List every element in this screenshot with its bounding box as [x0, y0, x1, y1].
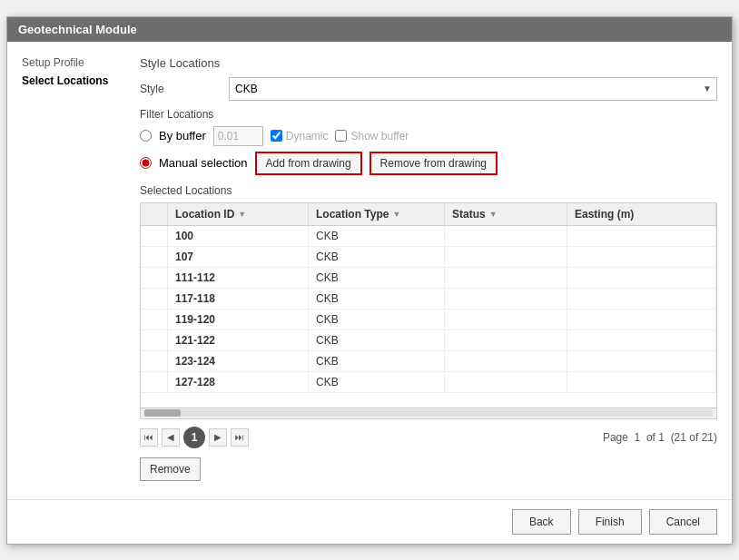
show-buffer-label: Show buffer — [350, 130, 409, 142]
left-nav: Setup Profile Select Locations — [22, 56, 122, 485]
td-type: CKB — [309, 226, 445, 246]
table-row[interactable]: 119-120 CKB — [141, 309, 716, 330]
table-row[interactable]: 121-122 CKB — [141, 330, 716, 351]
prev-page-button[interactable]: ◀ — [162, 428, 180, 447]
td-num — [141, 226, 168, 246]
td-type: CKB — [309, 351, 445, 371]
table-row[interactable]: 123-124 CKB — [141, 351, 716, 372]
td-status — [445, 247, 567, 267]
finish-button[interactable]: Finish — [578, 509, 642, 535]
td-id: 111-112 — [168, 268, 309, 288]
dynamic-checkbox[interactable] — [271, 130, 282, 142]
manual-selection-label: Manual selection — [159, 156, 248, 170]
by-buffer-radio[interactable] — [140, 130, 152, 142]
main-content: Style Locations Style CKB ▼ Filter Locat… — [140, 56, 717, 485]
td-type: CKB — [309, 268, 445, 288]
table-row[interactable]: 127-128 CKB — [141, 372, 716, 393]
by-buffer-row: By buffer Dynamic Show buffer — [140, 126, 717, 146]
td-easting — [567, 247, 716, 267]
td-num — [141, 372, 168, 392]
location-type-filter-icon[interactable]: ▼ — [392, 210, 400, 219]
next-page-button[interactable]: ▶ — [209, 428, 227, 447]
table-row[interactable]: 111-112 CKB — [141, 268, 716, 289]
td-id: 121-122 — [168, 330, 309, 350]
selected-locations-label: Selected Locations — [140, 184, 717, 197]
td-status — [445, 226, 567, 246]
col-num — [141, 203, 168, 225]
td-id: 119-120 — [168, 309, 309, 329]
table-row[interactable]: 107 CKB — [141, 247, 716, 268]
page-info: Page 1 of 1 (21 of 21) — [603, 431, 717, 444]
td-status — [445, 268, 567, 288]
style-locations-label: Style Locations — [140, 56, 717, 70]
nav-setup-profile[interactable]: Setup Profile — [22, 56, 122, 69]
show-buffer-checkbox-wrapper: Show buffer — [335, 130, 409, 142]
td-status — [445, 351, 567, 371]
td-easting — [567, 309, 716, 329]
add-from-drawing-button[interactable]: Add from drawing — [255, 152, 362, 175]
col-status: Status ▼ — [445, 203, 567, 225]
page-controls: ⏮ ◀ 1 ▶ ⏭ — [140, 427, 249, 448]
td-easting — [567, 289, 716, 309]
footer-actions: Back Finish Cancel — [7, 499, 732, 544]
td-type: CKB — [309, 330, 445, 350]
col-location-id: Location ID ▼ — [168, 203, 309, 225]
horizontal-scrollbar[interactable] — [141, 408, 716, 418]
td-num — [141, 268, 168, 288]
remove-btn-row: Remove — [140, 457, 717, 481]
cancel-button[interactable]: Cancel — [649, 509, 717, 535]
by-buffer-label: By buffer — [159, 129, 206, 142]
td-easting — [567, 351, 716, 371]
td-easting — [567, 372, 716, 392]
col-easting: Easting (m) — [567, 203, 716, 225]
current-page: 1 — [183, 427, 205, 448]
td-type: CKB — [309, 247, 445, 267]
status-filter-icon[interactable]: ▼ — [489, 210, 498, 219]
geotechnical-dialog: Geotechnical Module Setup Profile Select… — [6, 16, 733, 545]
nav-select-locations[interactable]: Select Locations — [22, 74, 122, 87]
dialog-title: Geotechnical Module — [7, 17, 732, 42]
td-id: 123-124 — [168, 351, 309, 371]
td-type: CKB — [309, 289, 445, 309]
td-id: 127-128 — [168, 372, 309, 392]
td-status — [445, 289, 567, 309]
manual-selection-radio[interactable] — [140, 157, 152, 169]
table-row[interactable]: 117-118 CKB — [141, 289, 716, 309]
style-select-wrapper[interactable]: CKB ▼ — [229, 77, 717, 101]
h-scroll-track — [144, 409, 713, 417]
remove-button[interactable]: Remove — [140, 457, 201, 481]
td-id: 117-118 — [168, 289, 309, 309]
h-scroll-thumb — [144, 409, 181, 417]
style-row: Style CKB ▼ — [140, 77, 717, 101]
td-easting — [567, 226, 716, 246]
td-status — [445, 330, 567, 350]
locations-table: Location ID ▼ Location Type ▼ Status ▼ E… — [140, 202, 717, 419]
style-select[interactable]: CKB — [229, 77, 717, 101]
location-id-filter-icon[interactable]: ▼ — [238, 210, 246, 219]
table-header: Location ID ▼ Location Type ▼ Status ▼ E… — [141, 203, 716, 226]
back-button[interactable]: Back — [512, 509, 571, 535]
pagination: ⏮ ◀ 1 ▶ ⏭ Page 1 of 1 (21 of 21) — [140, 423, 717, 452]
td-num — [141, 289, 168, 309]
td-status — [445, 372, 567, 392]
col-location-type: Location Type ▼ — [309, 203, 445, 225]
table-body: 100 CKB 107 CKB 111-112 CKB 117-118 CKB … — [141, 226, 716, 408]
td-type: CKB — [309, 309, 445, 329]
filter-locations-label: Filter Locations — [140, 108, 717, 121]
remove-from-drawing-button[interactable]: Remove from drawing — [370, 152, 498, 175]
dynamic-label: Dynamic — [286, 130, 329, 142]
td-num — [141, 309, 168, 329]
style-label: Style — [140, 83, 222, 95]
td-easting — [567, 268, 716, 288]
td-id: 100 — [168, 226, 309, 246]
td-num — [141, 247, 168, 267]
manual-selection-row: Manual selection Add from drawing Remove… — [140, 152, 717, 175]
td-id: 107 — [168, 247, 309, 267]
last-page-button[interactable]: ⏭ — [231, 428, 249, 447]
table-row[interactable]: 100 CKB — [141, 226, 716, 247]
td-num — [141, 330, 168, 350]
first-page-button[interactable]: ⏮ — [140, 428, 158, 447]
dynamic-checkbox-wrapper: Dynamic — [271, 130, 329, 142]
buffer-input[interactable] — [213, 126, 263, 146]
show-buffer-checkbox[interactable] — [335, 130, 347, 142]
